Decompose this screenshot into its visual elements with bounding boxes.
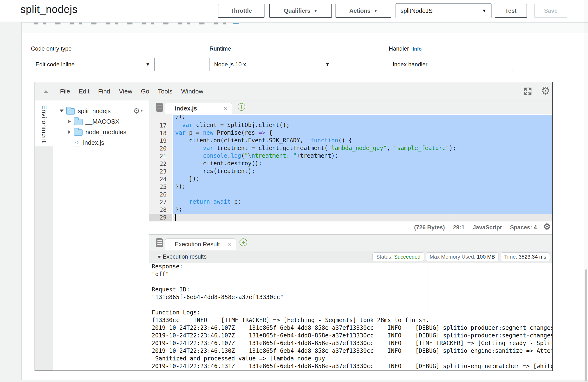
line-number: 23 (149, 168, 172, 175)
execution-log[interactable]: Response:"off"Request ID:"131e865f-6eb4-… (149, 263, 552, 370)
log-line: 2019-10-24T22:23:46.107Z 131e865f-6eb4-4… (152, 325, 552, 332)
editor-menu: FileEditFindViewGoToolsWindow (60, 82, 203, 100)
file-size-status: (726 Bytes) (414, 224, 445, 231)
line-number: 28 (149, 206, 172, 214)
code-line-28: }; (175, 206, 182, 214)
tab-execution-result[interactable]: Execution Result × (165, 238, 236, 250)
js-file-icon: <> (74, 139, 80, 146)
tree-row-macosx[interactable]: __MACOSX (53, 116, 149, 127)
collapsed-twisty-icon[interactable] (67, 130, 71, 134)
save-label: Save (544, 7, 558, 14)
code-line-24: }); (175, 175, 199, 183)
environment-tab-label: Environment (40, 105, 48, 143)
log-line: Function Logs: (152, 309, 200, 317)
tab-list-icon[interactable] (156, 103, 163, 112)
save-button-disabled[interactable]: Save (534, 4, 567, 18)
throttle-button[interactable]: Throttle (218, 4, 265, 18)
menu-item-find[interactable]: Find (98, 88, 110, 95)
active-line-highlight (173, 214, 552, 221)
new-tab-plus-icon[interactable]: + (238, 103, 245, 111)
editor-console-divider[interactable] (149, 234, 552, 235)
clipped-code-line: }); (175, 115, 186, 122)
menu-item-go[interactable]: Go (141, 88, 149, 95)
collapse-results-icon[interactable] (157, 256, 161, 258)
environment-tab[interactable]: Environment (35, 100, 53, 146)
code-editor-area[interactable]: }); 17181920212223242526272829 var clien… (149, 114, 552, 234)
line-number: 26 (149, 191, 172, 198)
line-number: 18 (149, 129, 172, 137)
sidebar-strip: Environment (35, 100, 53, 370)
qualifiers-button[interactable]: Qualifiers ▼ (269, 4, 332, 18)
log-line: Request ID: (152, 286, 190, 294)
fullscreen-icon[interactable] (524, 87, 532, 96)
runtime-label: Runtime (210, 45, 231, 52)
log-line: Response: (152, 263, 183, 271)
editor-statusbar: (726 Bytes) 29:1 JavaScript Spaces: 4 ⚙ (149, 221, 552, 234)
new-tab-plus-icon[interactable]: + (239, 238, 247, 246)
clipped-text-remnant (34, 22, 228, 24)
code-entry-type-select[interactable]: Edit code inline ▼ (31, 58, 155, 71)
menu-item-window[interactable]: Window (181, 88, 203, 95)
tab-list-icon[interactable] (156, 238, 163, 247)
code-entry-type-value: Edit code inline (36, 61, 75, 68)
qualifiers-label: Qualifiers (284, 7, 311, 14)
runtime-select[interactable]: Node.js 10.x ▼ (210, 58, 334, 71)
editor-settings-gear-icon[interactable]: ⚙ (541, 86, 550, 96)
folder-icon (74, 129, 83, 136)
line-number: 25 (149, 183, 172, 191)
editor-menubar: FileEditFindViewGoToolsWindow ⚙ (35, 82, 552, 100)
handler-label: Handler Info (389, 45, 422, 52)
caret-down-icon: ▼ (325, 62, 330, 67)
close-tab-icon[interactable]: × (223, 105, 227, 112)
code-line-18: var p = new Promise(res => { (175, 129, 273, 137)
language-status[interactable]: JavaScript (473, 224, 502, 231)
line-number: 27 (149, 198, 172, 206)
menu-item-file[interactable]: File (60, 88, 70, 95)
line-number: 22 (149, 160, 172, 168)
indent-guide (189, 145, 189, 183)
test-button[interactable]: Test (495, 4, 527, 18)
menu-item-tools[interactable]: Tools (158, 88, 172, 95)
line-number: 24 (149, 175, 172, 183)
collapse-menubar-icon[interactable] (44, 90, 48, 93)
code-line-20: var treatment = client.getTreatment("lam… (175, 145, 456, 153)
menu-item-view[interactable]: View (119, 88, 132, 95)
collapsed-twisty-icon[interactable] (67, 120, 71, 123)
file-tree: split_nodejs⚙▾__MACOSXnode_modules<>inde… (53, 100, 149, 370)
throttle-label: Throttle (231, 7, 252, 14)
code-entry-type-label: Code entry type (31, 45, 71, 52)
log-line: 2019-10-24T22:23:46.107Z 131e865f-6eb4-4… (152, 340, 552, 347)
actions-button[interactable]: Actions ▼ (336, 4, 391, 18)
actions-label: Actions (349, 7, 371, 14)
tab-index-js[interactable]: index.js × (165, 103, 232, 114)
page-scrollbar-thumb[interactable] (585, 269, 587, 381)
expanded-twisty-icon[interactable] (60, 110, 64, 112)
spaces-status[interactable]: Spaces: 4 (510, 224, 537, 231)
menu-item-edit[interactable]: Edit (79, 88, 89, 95)
folder-icon (66, 108, 75, 115)
page-scrollbar[interactable] (584, 0, 588, 382)
execution-results-label[interactable]: Execution results (163, 253, 207, 260)
log-line: 2019-10-24T22:23:46.131Z 131e865f-6eb4-4… (152, 363, 552, 370)
code-line-25: }); (175, 183, 186, 191)
print-margin-ruler (451, 114, 451, 234)
close-tab-icon[interactable]: × (228, 241, 231, 248)
handler-info-link[interactable]: Info (413, 46, 422, 52)
alias-select[interactable]: splitNodeJS ▼ (396, 3, 491, 18)
cursor-position-status[interactable]: 29:1 (453, 224, 464, 231)
code-line-19: client.on(client.Event.SDK_READY, functi… (175, 137, 352, 145)
tree-label: split_nodejs (78, 107, 111, 115)
tree-row-index-js[interactable]: <>index.js (53, 137, 149, 148)
tree-settings-gear-icon[interactable]: ⚙▾ (133, 107, 143, 115)
tree-row-split-nodejs[interactable]: split_nodejs⚙▾ (53, 106, 149, 116)
folder-icon (74, 119, 83, 125)
code-gutter: 17181920212223242526272829 (149, 114, 172, 221)
handler-input[interactable] (389, 58, 513, 71)
line-number: 20 (149, 145, 172, 153)
page-title: split_nodejs (21, 3, 78, 15)
execution-results-header: Execution results Status: SucceededMax M… (149, 250, 552, 263)
code-line-22: client.destroy(); (175, 160, 262, 168)
tree-row-node-modules[interactable]: node_modules (53, 127, 149, 137)
statusbar-gear-icon[interactable]: ⚙ (543, 222, 551, 231)
log-line: Sanitized and processed value => [lambda… (152, 355, 329, 363)
